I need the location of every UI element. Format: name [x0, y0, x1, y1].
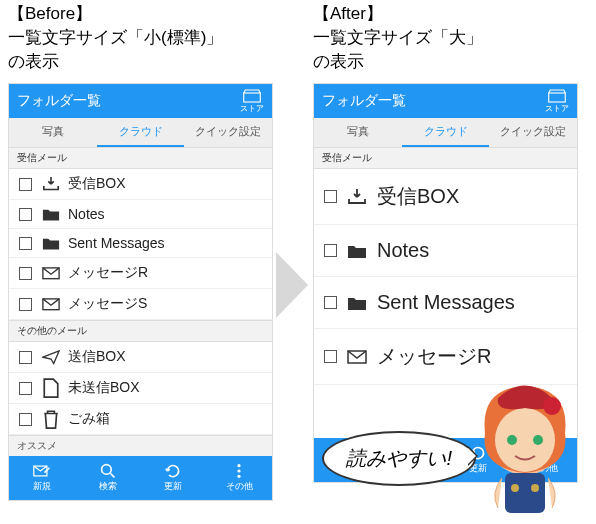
checkbox-icon[interactable] [324, 244, 337, 257]
folder-row-inbox[interactable]: 受信BOX [314, 169, 577, 225]
folder-row-notes[interactable]: Notes [314, 225, 577, 277]
envelope-icon [42, 296, 60, 312]
search-icon [99, 463, 117, 479]
folder-icon [42, 235, 60, 251]
folder-label: Notes [68, 206, 105, 222]
svg-point-18 [507, 435, 517, 445]
trash-icon [42, 411, 60, 427]
folder-row-trash[interactable]: ごみ箱 [9, 404, 272, 435]
bottom-bar: 新規 検索 更新 その他 [9, 456, 272, 500]
store-button[interactable]: ストア [240, 89, 264, 114]
svg-point-17 [543, 397, 561, 415]
tab-bar: 写真 クラウド クイック設定 [9, 118, 272, 147]
refresh-icon [164, 463, 182, 479]
checkbox-icon[interactable] [324, 350, 337, 363]
paper-plane-icon [42, 349, 60, 365]
refresh-label: 更新 [164, 480, 182, 493]
folder-label: ごみ箱 [68, 410, 110, 428]
section-other-header: その他のメール [9, 320, 272, 342]
store-icon [548, 89, 566, 103]
arrow-right-icon [274, 250, 310, 320]
folder-row-msg-r[interactable]: メッセージR [314, 329, 577, 385]
checkbox-icon[interactable] [19, 413, 32, 426]
download-tray-icon [347, 189, 367, 205]
more-button[interactable]: その他 [206, 456, 272, 500]
titlebar: フォルダ一覧 ストア [314, 84, 577, 118]
folder-label: Notes [377, 239, 429, 262]
checkbox-icon[interactable] [19, 298, 32, 311]
folder-row-outbox[interactable]: 送信BOX [9, 342, 272, 373]
svg-point-6 [238, 470, 241, 473]
folder-label: 受信BOX [377, 183, 459, 210]
svg-point-16 [495, 408, 555, 472]
refresh-button[interactable]: 更新 [141, 456, 207, 500]
folder-label: Sent Messages [68, 235, 165, 251]
svg-point-21 [511, 484, 519, 492]
svg-rect-20 [505, 473, 545, 513]
folder-label: メッセージR [68, 264, 148, 282]
section-inbox-header: 受信メール [9, 147, 272, 169]
download-tray-icon [42, 176, 60, 192]
search-button[interactable]: 検索 [75, 456, 141, 500]
checkbox-icon[interactable] [324, 296, 337, 309]
speech-bubble: 読みやすい! [322, 431, 476, 486]
folder-label: 受信BOX [68, 175, 126, 193]
folder-row-unsent[interactable]: 未送信BOX [9, 373, 272, 404]
folder-row-msg-r[interactable]: メッセージR [9, 258, 272, 289]
folder-label: メッセージR [377, 343, 491, 370]
tab-bar: 写真 クラウド クイック設定 [314, 118, 577, 147]
folder-label: Sent Messages [377, 291, 515, 314]
tab-cloud[interactable]: クラウド [402, 118, 490, 147]
checkbox-icon[interactable] [19, 267, 32, 280]
folder-row-sent[interactable]: Sent Messages [314, 277, 577, 329]
svg-point-4 [101, 465, 111, 475]
app-title: フォルダ一覧 [17, 92, 101, 110]
checkbox-icon[interactable] [19, 237, 32, 250]
folder-row-notes[interactable]: Notes [9, 200, 272, 229]
search-label: 検索 [99, 480, 117, 493]
folder-icon [347, 295, 367, 311]
document-icon [42, 380, 60, 396]
more-vertical-icon [230, 463, 248, 479]
compose-icon [33, 463, 51, 479]
folder-label: 未送信BOX [68, 379, 140, 397]
more-label: その他 [226, 480, 253, 493]
store-label: ストア [545, 103, 569, 114]
checkbox-icon[interactable] [19, 208, 32, 221]
checkbox-icon[interactable] [324, 190, 337, 203]
section-recommend-header: オススメ [9, 435, 272, 456]
envelope-icon [347, 349, 367, 365]
tab-photo[interactable]: 写真 [314, 118, 402, 147]
checkbox-icon[interactable] [19, 382, 32, 395]
folder-icon [347, 243, 367, 259]
svg-point-7 [238, 475, 241, 478]
folder-row-msg-s[interactable]: メッセージS [9, 289, 272, 320]
tab-quick-settings[interactable]: クイック設定 [489, 118, 577, 147]
tab-quick-settings[interactable]: クイック設定 [184, 118, 272, 147]
checkbox-icon[interactable] [19, 178, 32, 191]
folder-icon [42, 206, 60, 222]
titlebar: フォルダ一覧 ストア [9, 84, 272, 118]
folder-label: 送信BOX [68, 348, 126, 366]
folder-row-sent[interactable]: Sent Messages [9, 229, 272, 258]
store-label: ストア [240, 103, 264, 114]
store-button[interactable]: ストア [545, 89, 569, 114]
tab-photo[interactable]: 写真 [9, 118, 97, 147]
svg-rect-0 [244, 93, 261, 102]
svg-point-22 [531, 484, 539, 492]
before-phone: フォルダ一覧 ストア 写真 クラウド クイック設定 受信メール 受信BOX [8, 83, 273, 501]
bubble-text: 読みやすい! [346, 447, 452, 469]
store-icon [243, 89, 261, 103]
new-button[interactable]: 新規 [9, 456, 75, 500]
section-inbox-header: 受信メール [314, 147, 577, 169]
new-label: 新規 [33, 480, 51, 493]
folder-row-inbox[interactable]: 受信BOX [9, 169, 272, 200]
checkbox-icon[interactable] [19, 351, 32, 364]
svg-rect-8 [549, 93, 566, 102]
app-title: フォルダ一覧 [322, 92, 406, 110]
tab-cloud[interactable]: クラウド [97, 118, 185, 147]
envelope-icon [42, 265, 60, 281]
folder-label: メッセージS [68, 295, 147, 313]
before-heading: 【Before】 一覧文字サイズ「小(標準)」 の表示 [8, 2, 273, 73]
svg-point-5 [238, 464, 241, 467]
